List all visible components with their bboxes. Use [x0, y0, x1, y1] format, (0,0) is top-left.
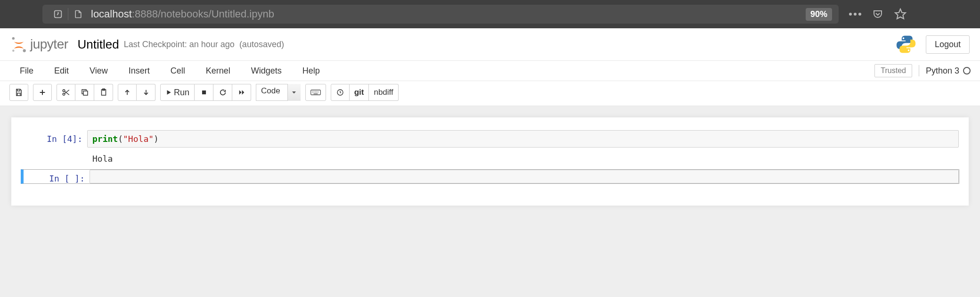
pocket-icon[interactable] — [870, 6, 886, 22]
output-row: Hola — [21, 151, 959, 166]
move-up-button[interactable] — [118, 84, 137, 101]
menu-file[interactable]: File — [9, 61, 44, 81]
svg-point-7 — [12, 50, 15, 52]
code-input[interactable]: print("Hola") — [87, 130, 959, 148]
page-icon — [69, 5, 87, 23]
checkpoint-text: Last Checkpoint: an hour ago — [124, 40, 235, 50]
autosave-text: (autosaved) — [239, 40, 284, 50]
svg-point-8 — [63, 90, 65, 92]
svg-point-6 — [23, 49, 26, 52]
scissors-icon — [62, 88, 70, 97]
menu-kernel[interactable]: Kernel — [196, 61, 241, 81]
svg-rect-14 — [202, 91, 205, 94]
zoom-badge[interactable]: 90% — [806, 8, 832, 21]
menu-cell[interactable]: Cell — [160, 61, 196, 81]
url-text[interactable]: localhost:8888/notebooks/Untitled.ipynb — [87, 8, 801, 20]
save-button[interactable] — [9, 84, 28, 101]
copy-button[interactable] — [75, 84, 94, 101]
svg-rect-18 — [310, 90, 320, 95]
menubar: File Edit View Insert Cell Kernel Widget… — [0, 60, 980, 81]
git-button[interactable]: git — [350, 84, 369, 101]
arrow-up-icon — [123, 89, 131, 96]
fast-forward-icon — [238, 89, 245, 96]
menu-widgets[interactable]: Widgets — [241, 61, 292, 81]
jupyter-logo-icon — [10, 36, 27, 53]
restart-button[interactable] — [213, 84, 232, 101]
notebook-name[interactable]: Untitled — [78, 37, 119, 52]
run-label: Run — [174, 88, 189, 98]
browser-address-bar: localhost:8888/notebooks/Untitled.ipynb … — [0, 0, 980, 28]
nbdiff-label: nbdiff — [374, 88, 393, 97]
svg-marker-17 — [292, 91, 296, 94]
paste-button[interactable] — [94, 84, 113, 101]
svg-point-5 — [12, 37, 15, 40]
svg-marker-4 — [895, 9, 906, 19]
plus-icon — [39, 89, 46, 96]
kernel-indicator-icon[interactable] — [963, 67, 971, 74]
svg-marker-13 — [167, 90, 171, 94]
notebook: In [4]: print("Hola") Hola In [ ]: — [11, 117, 969, 206]
notebook-header: jupyter Untitled Last Checkpoint: an hou… — [0, 28, 980, 60]
menu-help[interactable]: Help — [292, 61, 330, 81]
restart-run-all-button[interactable] — [232, 84, 251, 101]
interrupt-button[interactable] — [195, 84, 213, 101]
url-path: /notebooks/Untitled.ipynb — [158, 8, 274, 20]
input-prompt: In [ ]: — [24, 170, 90, 183]
svg-point-3 — [858, 13, 861, 16]
stop-icon — [201, 89, 207, 96]
menu-view[interactable]: View — [79, 61, 118, 81]
cell-output: Hola — [87, 151, 118, 166]
command-palette-button[interactable] — [305, 84, 326, 101]
nbdiff-button[interactable]: nbdiff — [369, 84, 398, 101]
copy-icon — [81, 88, 89, 97]
kernel-name[interactable]: Python 3 — [926, 66, 959, 76]
arrow-down-icon — [142, 89, 150, 96]
svg-rect-10 — [83, 91, 88, 95]
url-box[interactable]: localhost:8888/notebooks/Untitled.ipynb … — [42, 5, 839, 24]
run-button[interactable]: Run — [160, 84, 195, 101]
git-clock-button[interactable] — [331, 84, 350, 101]
code-input[interactable] — [90, 170, 959, 183]
notebook-container: In [4]: print("Hola") Hola In [ ]: — [0, 106, 980, 217]
clock-icon — [336, 89, 344, 96]
jupyter-logo[interactable]: jupyter — [10, 36, 68, 53]
clipboard-icon — [99, 88, 108, 97]
svg-point-2 — [854, 13, 857, 16]
git-label: git — [354, 88, 364, 97]
jupyter-brand-text: jupyter — [30, 37, 68, 52]
chevron-down-icon — [287, 84, 301, 101]
toolbar: Run Code git — [0, 81, 980, 106]
save-icon — [15, 88, 23, 97]
token-string: "Hola" — [123, 134, 154, 144]
svg-marker-15 — [239, 90, 241, 94]
keyboard-icon — [310, 89, 321, 96]
svg-point-9 — [63, 93, 65, 96]
url-host: localhost — [91, 8, 132, 20]
play-icon — [165, 89, 172, 96]
logout-button[interactable]: Logout — [926, 35, 970, 54]
svg-point-1 — [849, 13, 852, 16]
more-icon[interactable] — [847, 6, 863, 22]
insert-cell-button[interactable] — [33, 84, 52, 101]
input-prompt: In [4]: — [21, 130, 87, 148]
cut-button[interactable] — [57, 84, 75, 101]
code-cell[interactable]: In [ ]: — [21, 169, 959, 184]
shield-icon[interactable] — [49, 5, 67, 23]
menu-insert[interactable]: Insert — [118, 61, 160, 81]
star-icon[interactable] — [892, 6, 908, 22]
svg-marker-16 — [242, 90, 244, 94]
menu-edit[interactable]: Edit — [44, 61, 79, 81]
token-builtin: print — [92, 134, 118, 144]
cell-type-select[interactable]: Code — [256, 84, 301, 101]
refresh-icon — [219, 89, 227, 96]
move-down-button[interactable] — [137, 84, 155, 101]
trusted-badge[interactable]: Trusted — [874, 64, 912, 77]
python-logo-icon — [896, 34, 916, 55]
url-port: :8888 — [132, 8, 158, 20]
code-cell[interactable]: In [4]: print("Hola") — [21, 130, 959, 148]
